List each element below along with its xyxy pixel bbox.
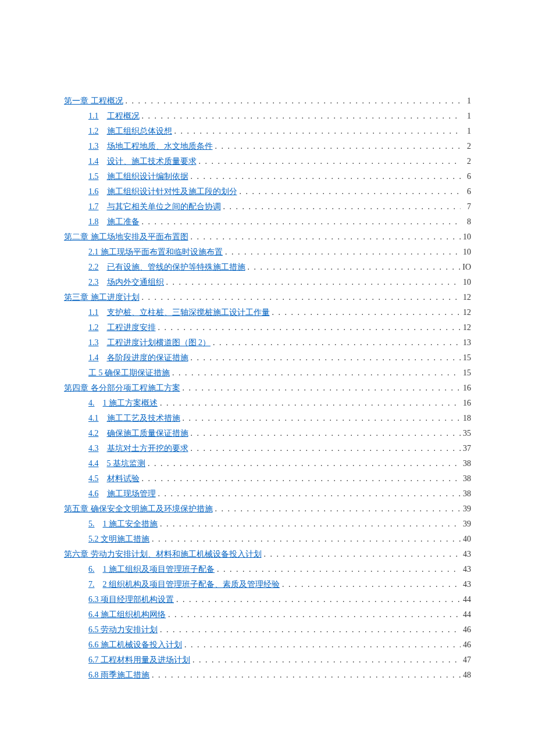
toc-link[interactable]: 第六章 劳动力安排计划、材料和施工机械设备投入计划 [64, 549, 262, 560]
toc-entry: 6.5 劳动力安排计划46 [64, 625, 471, 635]
toc-link[interactable]: 施工组织总体设想 [107, 126, 172, 137]
toc-section-number[interactable]: 1.1 [88, 112, 99, 121]
toc-entry: 1.5施工组织设计编制依据6 [64, 171, 471, 182]
toc-link[interactable]: 材料试验 [107, 474, 140, 484]
toc-dot-leader [140, 293, 461, 302]
toc-dot-leader [245, 263, 461, 272]
toc-link[interactable]: 1 施工方案概述 [103, 398, 158, 409]
toc-page-number: 35 [461, 429, 471, 438]
toc-link[interactable]: 6.3 项目经理部机构设置 [88, 594, 174, 605]
toc-link[interactable]: 5 基坑监测 [107, 458, 146, 469]
toc-page-number: 38 [461, 489, 471, 499]
toc-entry: 第二章 施工场地安排及平面布置图10 [64, 232, 471, 242]
toc-link[interactable]: 施工组织设计针对性及施工段的划分 [107, 187, 237, 197]
toc-section-number[interactable]: 4.4 [88, 459, 99, 468]
toc-link[interactable]: 6.8 雨季施工措施 [88, 670, 149, 680]
table-of-contents: 第一章 工程概况11.1工程概况11.2施工组织总体设想11.3场地工程地质、水… [64, 96, 471, 680]
toc-link[interactable]: 已有设施、管线的保护等特殊施工措施 [107, 262, 245, 273]
toc-link[interactable]: 6.6 施工机械设备投入计划 [88, 640, 182, 650]
toc-section-number[interactable]: 1.5 [88, 172, 99, 181]
toc-page-number: 6 [461, 187, 471, 196]
toc-link[interactable]: 场地工程地质、水文地质条件 [107, 141, 213, 152]
toc-section-number[interactable]: 4.6 [88, 489, 99, 499]
toc-entry: 第六章 劳动力安排计划、材料和施工机械设备投入计划43 [64, 549, 471, 560]
toc-section-number[interactable]: 1.2 [88, 127, 99, 136]
toc-entry: 6.7 工程材料用量及进场计划47 [64, 655, 471, 665]
toc-section-number[interactable]: 1.8 [88, 217, 99, 227]
toc-link[interactable]: 6.4 施工组织机构网络 [88, 610, 166, 620]
toc-link[interactable]: 设计、施工技术质量要求 [107, 156, 197, 167]
toc-link[interactable]: 2 组织机构及项目管理班子配备、素质及管理经验 [103, 579, 280, 590]
toc-link[interactable]: 支护桩、立柱桩、三轴深搅桩施工设计工作量 [107, 307, 270, 318]
toc-link[interactable]: 各阶段进度的保证措施 [107, 353, 188, 363]
toc-link[interactable]: 工程进度安排 [107, 323, 156, 333]
toc-link[interactable]: 第三章 施工进度计划 [64, 292, 140, 303]
toc-entry: 6.8 雨季施工措施48 [64, 670, 471, 680]
toc-entry: 4.45 基坑监测38 [64, 458, 471, 469]
toc-page-number: 38 [461, 474, 471, 483]
toc-section-number[interactable]: 4.3 [88, 444, 99, 453]
toc-link[interactable]: 第四章 各分部分项工程施工方案 [64, 383, 180, 393]
toc-dot-leader [188, 429, 461, 438]
toc-page-number: 15 [461, 353, 471, 363]
toc-page-number: 12 [461, 323, 471, 332]
toc-link[interactable]: 施工现场管理 [107, 489, 156, 499]
toc-entry: 第五章 确保安全文明施工及环境保护措施39 [64, 504, 471, 514]
toc-page-number: 7 [461, 202, 471, 212]
toc-page-number: 47 [461, 655, 471, 665]
toc-entry: 4.1施工工艺及技术措施18 [64, 413, 471, 424]
toc-section-number[interactable]: 1.4 [88, 157, 99, 166]
toc-entry: 5.2 文明施工措施40 [64, 534, 471, 544]
toc-entry: 6.4 施工组织机构网络44 [64, 610, 471, 620]
toc-entry: 第三章 施工进度计划12 [64, 292, 471, 303]
toc-link[interactable]: 与其它相关单位之间的配合协调 [107, 202, 221, 212]
toc-section-number[interactable]: 7. [88, 580, 95, 589]
toc-link[interactable]: 1 施工安全措施 [103, 519, 158, 529]
toc-link[interactable]: 施工工艺及技术措施 [107, 413, 180, 424]
toc-link[interactable]: 6.7 工程材料用量及进场计划 [88, 655, 190, 665]
toc-link[interactable]: 基坑对土方开挖的要求 [107, 443, 188, 454]
toc-link[interactable]: 施工组织设计编制依据 [107, 171, 188, 182]
toc-page-number: 48 [461, 671, 471, 680]
toc-link[interactable]: 工程概况 [107, 111, 140, 121]
toc-link[interactable]: 第一章 工程概况 [64, 96, 123, 106]
toc-link[interactable]: 第五章 确保安全文明施工及环境保护措施 [64, 504, 213, 514]
toc-section-number[interactable]: 1.1 [88, 308, 99, 317]
toc-section-number[interactable]: 4.5 [88, 474, 99, 483]
toc-dot-leader [270, 308, 461, 317]
toc-section-number[interactable]: 2.3 [88, 278, 99, 287]
toc-page-number: 15 [461, 368, 471, 378]
toc-section-number[interactable]: 1.2 [88, 323, 99, 332]
toc-section-number[interactable]: 5. [88, 519, 95, 529]
toc-section-number[interactable]: 4. [88, 399, 95, 408]
toc-section-number[interactable]: 2.2 [88, 263, 99, 272]
toc-link[interactable]: 5.2 文明施工措施 [88, 534, 149, 544]
toc-link[interactable]: 工程进度计划横道图（图 2） [107, 338, 211, 348]
toc-dot-leader [280, 580, 461, 589]
toc-entry: 1.6施工组织设计针对性及施工段的划分6 [64, 187, 471, 197]
toc-entry: 4.1 施工方案概述16 [64, 398, 471, 409]
toc-link[interactable]: 确保施工质量保证措施 [107, 428, 188, 439]
toc-entry: 第一章 工程概况1 [64, 96, 471, 106]
toc-section-number[interactable]: 1.6 [88, 187, 99, 196]
toc-link[interactable]: 6.5 劳动力安排计划 [88, 625, 158, 635]
toc-page-number: 43 [461, 550, 471, 559]
toc-link[interactable]: 工 5 确保工期保证措施 [88, 368, 170, 378]
toc-section-number[interactable]: 1.7 [88, 202, 99, 212]
toc-section-number[interactable]: 4.2 [88, 429, 99, 438]
toc-link[interactable]: 2.1 施工现场平面布置和临时设施布置 [88, 247, 223, 257]
toc-section-number[interactable]: 1.3 [88, 142, 99, 151]
toc-entry: 4.6施工现场管理38 [64, 489, 471, 499]
toc-section-number[interactable]: 1.3 [88, 338, 99, 347]
toc-link[interactable]: 第二章 施工场地安排及平面布置图 [64, 232, 188, 242]
toc-section-number[interactable]: 1.4 [88, 353, 99, 363]
toc-section-number[interactable]: 6. [88, 565, 95, 574]
toc-page-number: 43 [461, 580, 471, 589]
toc-link[interactable]: 1 施工组织及项目管理班子配备 [103, 564, 215, 575]
toc-dot-leader [213, 142, 461, 151]
toc-page-number: 16 [461, 384, 471, 393]
toc-page-number: 10 [461, 248, 471, 257]
toc-section-number[interactable]: 4.1 [88, 414, 99, 423]
toc-link[interactable]: 场内外交通组织 [107, 277, 164, 288]
toc-link[interactable]: 施工准备 [107, 217, 140, 227]
